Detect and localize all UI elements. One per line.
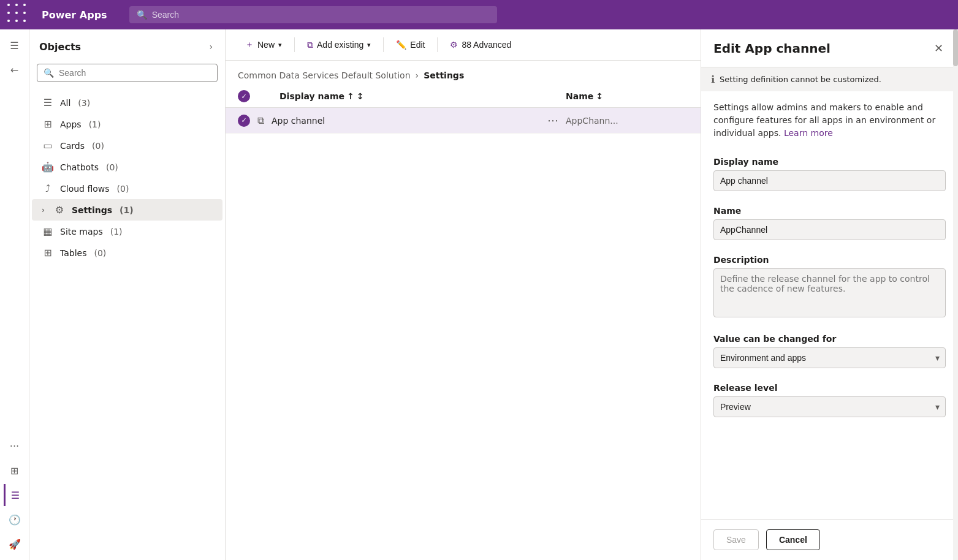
- sidebar-item-tables-label: Tables: [60, 248, 87, 258]
- tables-icon: ⊞: [42, 247, 54, 259]
- name-input[interactable]: [713, 219, 946, 240]
- cards-icon: ▭: [42, 140, 54, 151]
- sidebar-item-chatbots-count: (0): [106, 162, 118, 172]
- col-name-sort-icon: ↕: [596, 91, 603, 101]
- panel-body: ℹ Setting definition cannot be customize…: [701, 67, 958, 519]
- value-changed-label: Value can be changed for: [713, 334, 946, 344]
- sidebar-item-all-label: All: [60, 98, 70, 108]
- advanced-icon: ⚙: [450, 40, 458, 50]
- sidebar-item-chatbots[interactable]: 🤖 Chatbots (0): [32, 156, 222, 178]
- sidebar-title: Objects: [39, 41, 81, 53]
- settings-icon: ⚙: [53, 204, 66, 216]
- settings-expand-icon: ›: [42, 206, 45, 214]
- panel-info-message: Setting definition cannot be customized.: [720, 75, 881, 84]
- col-sort-toggle-icon: ↕: [357, 91, 364, 101]
- apps-icon: ⊞: [42, 118, 54, 130]
- app-title: Power Apps: [42, 9, 107, 21]
- rail-rocket-icon[interactable]: 🚀: [4, 533, 26, 555]
- chatbots-icon: 🤖: [42, 161, 54, 173]
- col-name[interactable]: Name ↕: [566, 91, 688, 101]
- sidebar-search-icon: 🔍: [44, 68, 54, 78]
- rail-back-icon[interactable]: ←: [4, 59, 26, 81]
- release-level-select[interactable]: Preview: [713, 396, 946, 417]
- select-all-checkbox[interactable]: ✓: [238, 90, 250, 102]
- panel-info-bar: ℹ Setting definition cannot be customize…: [701, 67, 958, 91]
- top-bar: Power Apps 🔍: [0, 0, 958, 29]
- display-name-input[interactable]: [713, 170, 946, 191]
- add-existing-icon: ⧉: [307, 40, 313, 50]
- sidebar-item-apps-count: (1): [89, 119, 101, 129]
- sidebar-search-input[interactable]: [59, 68, 211, 78]
- content-area: ＋ New ▾ ⧉ Add existing ▾ ✏️ Edit ⚙ 88 Ad…: [226, 29, 701, 560]
- sidebar-item-apps[interactable]: ⊞ Apps (1): [32, 113, 222, 135]
- sidebar-item-chatbots-label: Chatbots: [60, 162, 99, 172]
- global-search[interactable]: 🔍: [129, 6, 497, 23]
- description-textarea[interactable]: [713, 268, 946, 317]
- display-name-field: Display name: [701, 149, 958, 199]
- description-field: Description: [701, 248, 958, 327]
- row-context-menu-icon[interactable]: ⋯: [547, 114, 558, 127]
- rail-menu-icon[interactable]: ☰: [4, 34, 26, 56]
- col-display-name[interactable]: Display name ↑ ↕: [279, 91, 561, 101]
- toolbar: ＋ New ▾ ⧉ Add existing ▾ ✏️ Edit ⚙ 88 Ad…: [226, 29, 701, 61]
- col-name-label: Name: [566, 91, 593, 101]
- row-checkbox[interactable]: ✓: [238, 115, 250, 127]
- sidebar-item-cards-count: (0): [92, 141, 104, 151]
- breadcrumb-current: Settings: [424, 70, 464, 80]
- advanced-label: 88 Advanced: [462, 40, 511, 50]
- sidebar-item-settings-label: Settings: [72, 205, 112, 215]
- add-existing-button[interactable]: ⧉ Add existing ▾: [300, 36, 378, 54]
- scrollbar-track: [953, 29, 958, 560]
- release-level-field: Release level Preview ▾: [701, 376, 958, 425]
- rail-table-icon[interactable]: ⊞: [4, 460, 26, 482]
- sidebar-header: Objects ›: [29, 29, 225, 59]
- release-level-label: Release level: [713, 383, 946, 393]
- cancel-button[interactable]: Cancel: [766, 529, 820, 550]
- sidebar-item-settings[interactable]: › ⚙ Settings (1): [32, 199, 222, 221]
- app-grid-icon[interactable]: [7, 4, 29, 26]
- name-field: Name: [701, 199, 958, 248]
- panel-close-button[interactable]: ✕: [932, 39, 946, 57]
- display-name-label: Display name: [713, 157, 946, 167]
- sidebar-item-settings-count: (1): [120, 205, 134, 215]
- save-button[interactable]: Save: [713, 529, 759, 550]
- sidebar-search-box[interactable]: 🔍: [37, 64, 218, 82]
- list-header: ✓ Display name ↑ ↕ Name ↕: [226, 85, 701, 108]
- add-existing-chevron: ▾: [367, 41, 371, 49]
- sidebar-item-all[interactable]: ☰ All (3): [32, 92, 222, 113]
- panel-header: Edit App channel ✕: [701, 29, 958, 67]
- breadcrumb: Common Data Services Default Solution › …: [226, 61, 701, 85]
- edit-label: Edit: [410, 40, 425, 50]
- rail-more-icon[interactable]: ···: [4, 435, 26, 457]
- sidebar-item-sitemaps-label: Site maps: [60, 227, 103, 236]
- edit-button[interactable]: ✏️ Edit: [389, 36, 432, 53]
- sidebar-collapse-button[interactable]: ›: [207, 39, 215, 54]
- name-label: Name: [713, 206, 946, 216]
- sidebar-item-cards[interactable]: ▭ Cards (0): [32, 135, 222, 156]
- advanced-button[interactable]: ⚙ 88 Advanced: [443, 36, 519, 53]
- edit-pencil-icon: ✏️: [396, 40, 406, 50]
- info-icon: ℹ: [711, 74, 715, 85]
- scrollbar-thumb[interactable]: [953, 29, 958, 66]
- release-level-select-wrapper: Preview ▾: [713, 396, 946, 417]
- new-plus-icon: ＋: [245, 39, 254, 50]
- value-can-be-changed-field: Value can be changed for Environment and…: [701, 327, 958, 376]
- row-item-icon: ⧉: [257, 115, 264, 126]
- learn-more-link[interactable]: Learn more: [784, 128, 833, 138]
- rail-history-icon[interactable]: 🕐: [4, 509, 26, 531]
- new-button[interactable]: ＋ New ▾: [238, 36, 289, 54]
- icon-rail: ☰ ← ··· ⊞ ☰ 🕐 🚀: [0, 29, 29, 560]
- description-label: Description: [713, 255, 946, 265]
- sidebar-item-cloudflows[interactable]: ⤴ Cloud flows (0): [32, 178, 222, 199]
- panel-description: Settings allow admins and makers to enab…: [701, 91, 958, 149]
- breadcrumb-parent[interactable]: Common Data Services Default Solution: [238, 70, 411, 80]
- toolbar-divider-3: [437, 37, 438, 52]
- table-row[interactable]: ✓ ⧉ App channel ⋯ AppChann...: [226, 108, 701, 134]
- value-changed-select[interactable]: Environment and apps: [713, 347, 946, 368]
- search-icon: 🔍: [137, 10, 147, 20]
- global-search-input[interactable]: [152, 10, 490, 20]
- rail-list-icon[interactable]: ☰: [4, 484, 26, 506]
- value-changed-select-wrapper: Environment and apps ▾: [713, 347, 946, 368]
- sidebar-item-sitemaps[interactable]: ▦ Site maps (1): [32, 221, 222, 242]
- sidebar-item-tables[interactable]: ⊞ Tables (0): [32, 242, 222, 263]
